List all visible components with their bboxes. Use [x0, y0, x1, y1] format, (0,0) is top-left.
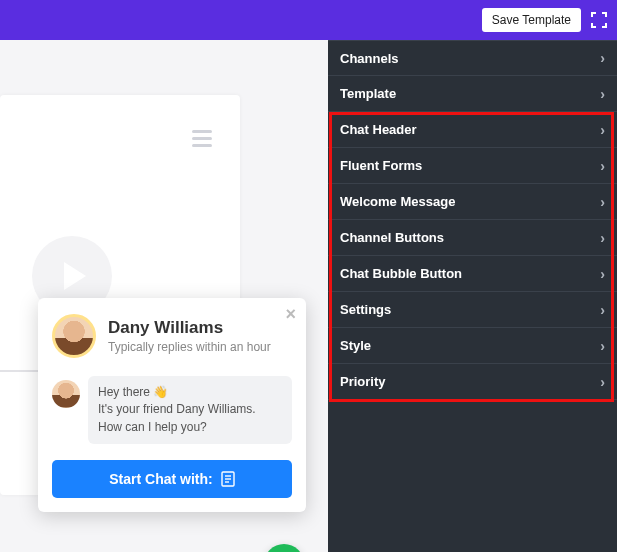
settings-sidebar: Channels › Template › Chat Header › Flue… — [328, 40, 617, 552]
sidebar-item-label: Channel Buttons — [340, 230, 444, 245]
sidebar-item-chat-header[interactable]: Chat Header › — [328, 112, 617, 148]
chevron-right-icon: › — [600, 194, 605, 210]
form-icon — [221, 471, 235, 487]
sidebar-item-style[interactable]: Style › — [328, 328, 617, 364]
play-icon — [64, 262, 86, 290]
chat-message-bubble: Hey there 👋 It's your friend Dany Willia… — [88, 376, 292, 444]
chat-message-row: Hey there 👋 It's your friend Dany Willia… — [52, 376, 292, 444]
chat-agent-name: Dany Williams — [108, 318, 271, 338]
chat-reply-time: Typically replies within an hour — [108, 340, 271, 354]
sidebar-item-label: Settings — [340, 302, 391, 317]
hamburger-menu[interactable] — [192, 130, 212, 147]
sidebar-item-label: Template — [340, 86, 396, 101]
sidebar-item-label: Priority — [340, 374, 386, 389]
chat-widget: × Dany Williams Typically replies within… — [38, 298, 306, 512]
sidebar-item-label: Welcome Message — [340, 194, 455, 209]
start-chat-label: Start Chat with: — [109, 471, 212, 487]
chevron-right-icon: › — [600, 158, 605, 174]
sidebar-item-welcome-message[interactable]: Welcome Message › — [328, 184, 617, 220]
sidebar-item-label: Chat Bubble Button — [340, 266, 462, 281]
chat-greeting-line2: It's your friend Dany Williams. How can … — [98, 402, 256, 433]
start-chat-button[interactable]: Start Chat with: — [52, 460, 292, 498]
chevron-right-icon: › — [600, 374, 605, 390]
top-bar: Save Template — [0, 0, 617, 40]
chevron-right-icon: › — [600, 50, 605, 66]
chevron-right-icon: › — [600, 86, 605, 102]
sidebar-item-fluent-forms[interactable]: Fluent Forms › — [328, 148, 617, 184]
sidebar-item-chat-bubble-button[interactable]: Chat Bubble Button › — [328, 256, 617, 292]
chevron-right-icon: › — [600, 266, 605, 282]
sidebar-item-label: Style — [340, 338, 371, 353]
chat-header: Dany Williams Typically replies within a… — [52, 314, 292, 358]
sidebar-item-settings[interactable]: Settings › — [328, 292, 617, 328]
sidebar-item-label: Channels — [340, 51, 399, 66]
sidebar-item-label: Fluent Forms — [340, 158, 422, 173]
chevron-right-icon: › — [600, 338, 605, 354]
fullscreen-button[interactable] — [589, 10, 609, 30]
sidebar-item-channels[interactable]: Channels › — [328, 40, 617, 76]
chat-greeting-line1: Hey there 👋 — [98, 385, 168, 399]
chevron-right-icon: › — [600, 122, 605, 138]
sidebar-item-label: Chat Header — [340, 122, 417, 137]
preview-pane: × Dany Williams Typically replies within… — [0, 40, 328, 552]
close-chat-button[interactable]: × — [285, 304, 296, 325]
avatar — [52, 314, 96, 358]
chat-bubble-fab[interactable] — [264, 544, 304, 552]
save-template-button[interactable]: Save Template — [482, 8, 581, 32]
avatar-small — [52, 380, 80, 408]
sidebar-item-template[interactable]: Template › — [328, 76, 617, 112]
sidebar-item-channel-buttons[interactable]: Channel Buttons › — [328, 220, 617, 256]
chevron-right-icon: › — [600, 302, 605, 318]
sidebar-item-priority[interactable]: Priority › — [328, 364, 617, 400]
fullscreen-icon — [590, 11, 608, 29]
chevron-right-icon: › — [600, 230, 605, 246]
